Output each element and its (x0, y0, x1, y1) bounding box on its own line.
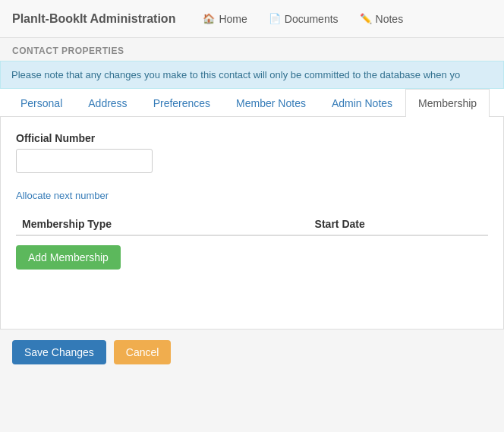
nav-links: 🏠 Home 📄 Documents ✏️ Notes (194, 8, 412, 30)
nav-home[interactable]: 🏠 Home (194, 8, 256, 30)
alert-banner: Please note that any changes you make to… (0, 61, 504, 89)
add-membership-button[interactable]: Add Membership (16, 245, 121, 270)
save-changes-button[interactable]: Save Changes (12, 340, 106, 364)
nav-documents-label: Documents (285, 13, 339, 25)
official-number-label: Official Number (16, 132, 488, 144)
official-number-input[interactable] (16, 149, 153, 173)
tab-personal[interactable]: Personal (8, 89, 75, 117)
section-header: CONTACT PROPERTIES (0, 38, 504, 61)
membership-table: Membership Type Start Date (16, 213, 488, 236)
cancel-button[interactable]: Cancel (114, 340, 172, 364)
documents-icon: 📄 (269, 13, 281, 24)
tab-admin-notes[interactable]: Admin Notes (319, 89, 405, 117)
footer-bar: Save Changes Cancel (0, 330, 504, 375)
tabs-container: Personal Address Preferences Member Note… (0, 89, 504, 117)
notes-icon: ✏️ (360, 13, 372, 24)
col-membership-type: Membership Type (16, 213, 309, 235)
col-start-date: Start Date (309, 213, 488, 235)
nav-notes-label: Notes (376, 13, 404, 25)
tab-preferences[interactable]: Preferences (140, 89, 223, 117)
tab-membership[interactable]: Membership (405, 89, 490, 117)
alert-text: Please note that any changes you make to… (11, 69, 460, 80)
home-icon: 🏠 (203, 13, 215, 24)
tab-address[interactable]: Address (75, 89, 140, 117)
membership-content: Official Number Allocate next number Mem… (0, 117, 504, 330)
nav-documents[interactable]: 📄 Documents (260, 8, 348, 30)
nav-notes[interactable]: ✏️ Notes (351, 8, 413, 30)
allocate-next-link[interactable]: Allocate next number (16, 190, 109, 201)
navbar-brand: PlanIt-BookIt Administration (12, 12, 175, 26)
official-number-group: Official Number (16, 132, 488, 173)
nav-home-label: Home (219, 13, 247, 25)
tab-member-notes[interactable]: Member Notes (223, 89, 319, 117)
navbar: PlanIt-BookIt Administration 🏠 Home 📄 Do… (0, 0, 504, 38)
